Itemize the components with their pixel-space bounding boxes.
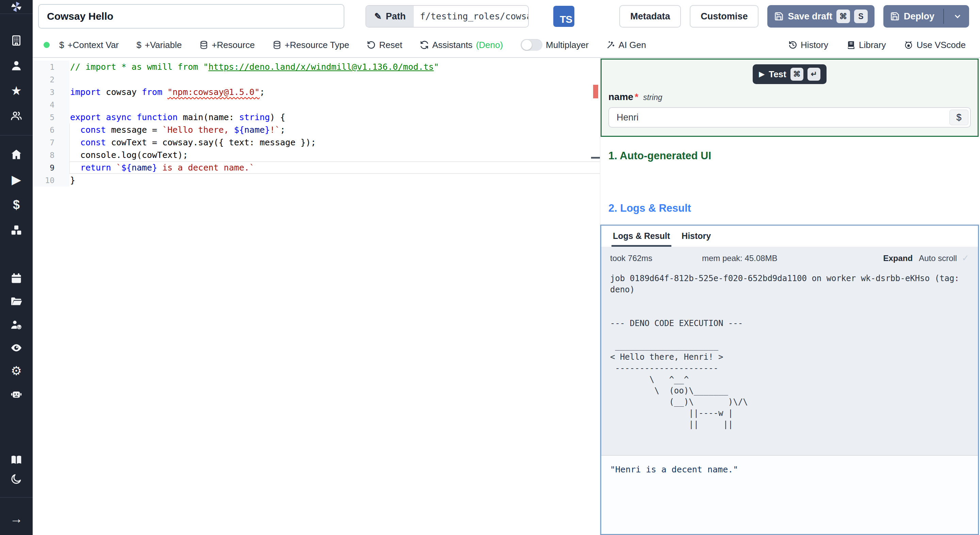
deploy-button[interactable]: Deploy <box>883 5 969 27</box>
code-line-7[interactable]: 7 const cowText = cowsay.say({ text: mes… <box>33 136 600 149</box>
sidebar-item-docs-book-open-icon[interactable] <box>9 453 24 467</box>
sidebar-divider <box>0 14 33 14</box>
sidebar-item-favorites-star-icon[interactable]: ★ <box>9 84 24 98</box>
chevron-down-icon[interactable] <box>953 11 962 21</box>
assistants-button[interactable]: Assistants(Deno) <box>420 40 503 50</box>
sidebar-group-nav: ▶ $ <box>0 148 33 237</box>
code-line-9[interactable]: 9 return `${name} is a decent name.` <box>33 161 600 174</box>
sidebar-item-folders-folder-icon[interactable] <box>9 295 24 308</box>
logs-body: took 762ms mem peak: 45.08MB Expand Auto… <box>601 247 978 534</box>
book-icon <box>846 40 856 49</box>
left-sidebar: ★ ▶ $ <box>0 0 33 535</box>
code-text[interactable]: export async function main(name: string)… <box>69 111 600 124</box>
code-line-4[interactable]: 4 <box>33 98 600 111</box>
script-title-input[interactable] <box>38 4 344 29</box>
result-output[interactable]: "Henri is a decent name." <box>601 455 978 534</box>
sidebar-item-user-icon[interactable] <box>9 59 24 73</box>
sidebar-item-schedules-calendar-icon[interactable] <box>9 272 24 285</box>
insert-variable-dollar-button[interactable]: $ <box>950 110 969 125</box>
sidebar-item-darkmode-moon-icon[interactable] <box>9 472 24 486</box>
add-resource-button[interactable]: +Resource <box>199 40 255 50</box>
line-number: 6 <box>33 124 69 136</box>
line-number: 3 <box>33 86 69 98</box>
sidebar-item-runs-play-icon[interactable]: ▶ <box>9 173 24 186</box>
sidebar-item-groups-admin-user-cog-icon[interactable] <box>9 318 24 331</box>
code-text[interactable]: // import * as wmill from "https://deno.… <box>69 61 600 73</box>
history-clock-icon <box>788 40 797 49</box>
code-text[interactable]: console.log(cowText); <box>69 149 600 161</box>
add-variable-button[interactable]: $+Variable <box>137 40 182 50</box>
status-dot <box>43 42 50 48</box>
tab-logs-result[interactable]: Logs & Result <box>611 226 671 247</box>
log-output[interactable]: job 0189d64f-812b-525e-f020-652bd9da1100… <box>601 266 978 455</box>
code-line-2[interactable]: 2 <box>33 73 600 86</box>
expand-button[interactable]: Expand <box>883 253 913 263</box>
rotate-ccw-icon <box>367 40 375 49</box>
code-line-5[interactable]: 5export async function main(name: string… <box>33 111 600 124</box>
sidebar-expand-arrow-right-icon[interactable]: → <box>9 512 24 525</box>
sidebar-item-resources-boxes-icon[interactable] <box>9 223 24 237</box>
sidebar-item-workspace-building-icon[interactable] <box>9 34 24 47</box>
code-line-8[interactable]: 8 console.log(cowText); <box>33 149 600 161</box>
code-text[interactable] <box>69 73 600 86</box>
library-button[interactable]: Library <box>846 40 886 50</box>
code-text[interactable]: import cowsay from "npm:cowsay@1.5.0"; <box>69 86 600 98</box>
code-text[interactable]: const message = `Hello there, ${name}!`; <box>69 124 600 136</box>
path-button[interactable]: ✎ Path f/testing_roles/cowsa <box>366 5 529 27</box>
sidebar-item-home-icon[interactable] <box>9 148 24 161</box>
assistants-lang: (Deno) <box>476 40 503 50</box>
windmill-logo-icon[interactable] <box>9 0 24 14</box>
arg-name-input[interactable] <box>608 107 971 127</box>
sidebar-item-settings-gear-icon[interactable]: ⚙ <box>9 364 24 378</box>
sidebar-item-groups-users-icon[interactable] <box>9 109 24 123</box>
sidebar-item-ai-robot-icon[interactable] <box>9 387 24 401</box>
code-line-1[interactable]: 1// import * as wmill from "https://deno… <box>33 61 600 73</box>
code-line-6[interactable]: 6 const message = `Hello there, ${name}!… <box>33 124 600 136</box>
ai-gen-button[interactable]: AI Gen <box>606 40 646 50</box>
autoscroll-label[interactable]: Auto scroll <box>919 253 957 263</box>
code-text[interactable] <box>69 98 600 111</box>
save-icon <box>890 11 900 21</box>
arg-type: string <box>643 93 662 102</box>
logs-tab-bar: Logs & Result History <box>601 226 978 247</box>
kbd-cmd: ⌘ <box>837 10 850 23</box>
code-text[interactable]: } <box>69 174 600 186</box>
autoscroll-check-icon[interactable]: ✓ <box>962 253 969 263</box>
logs-panel: Logs & Result History took 762ms mem pea… <box>600 225 979 535</box>
line-number: 7 <box>33 136 69 149</box>
multiplayer-toggle[interactable] <box>520 39 542 51</box>
logs-header: took 762ms mem peak: 45.08MB Expand Auto… <box>601 247 978 266</box>
deploy-divider <box>943 9 944 24</box>
multiplayer-label: Multiplayer <box>546 40 589 50</box>
top-bar-actions: Metadata Customise Save draft ⌘ S Deploy <box>619 5 975 27</box>
mem-peak: mem peak: 45.08MB <box>702 253 883 263</box>
reset-button[interactable]: Reset <box>367 40 402 50</box>
code-text[interactable]: const cowText = cowsay.say({ text: messa… <box>69 136 600 149</box>
add-resource-type-button[interactable]: +Resource Type <box>272 40 350 50</box>
path-value[interactable]: f/testing_roles/cowsa <box>414 6 528 27</box>
path-label: Path <box>386 11 406 22</box>
tab-history[interactable]: History <box>680 226 712 247</box>
add-context-var-button[interactable]: $+Context Var <box>59 40 119 50</box>
database-icon <box>199 40 208 49</box>
test-button[interactable]: ▶ Test ⌘ ↵ <box>753 64 826 84</box>
sidebar-item-variables-dollar-icon[interactable]: $ <box>9 198 24 212</box>
line-number: 2 <box>33 73 69 86</box>
history-button[interactable]: History <box>788 40 828 50</box>
sidebar-item-audit-eye-icon[interactable] <box>9 341 24 355</box>
code-line-3[interactable]: 3import cowsay from "npm:cowsay@1.5.0"; <box>33 86 600 98</box>
customise-button[interactable]: Customise <box>690 5 759 27</box>
sidebar-bottom: → <box>0 453 33 535</box>
save-draft-button[interactable]: Save draft ⌘ S <box>767 5 875 27</box>
code-lines[interactable]: 1// import * as wmill from "https://deno… <box>33 61 600 186</box>
sidebar-group-admin: ⚙ <box>0 272 33 401</box>
metadata-button[interactable]: Metadata <box>619 5 681 27</box>
code-editor[interactable]: 1// import * as wmill from "https://deno… <box>33 58 600 535</box>
line-number: 4 <box>33 98 69 111</box>
code-line-10[interactable]: 10} <box>33 174 600 186</box>
kbd-s: S <box>854 10 868 23</box>
code-text[interactable]: return `${name} is a decent name.` <box>69 161 600 174</box>
app-window: ★ ▶ $ <box>0 0 980 535</box>
use-vscode-button[interactable]: Use VScode <box>904 40 966 50</box>
line-number: 10 <box>33 174 69 186</box>
